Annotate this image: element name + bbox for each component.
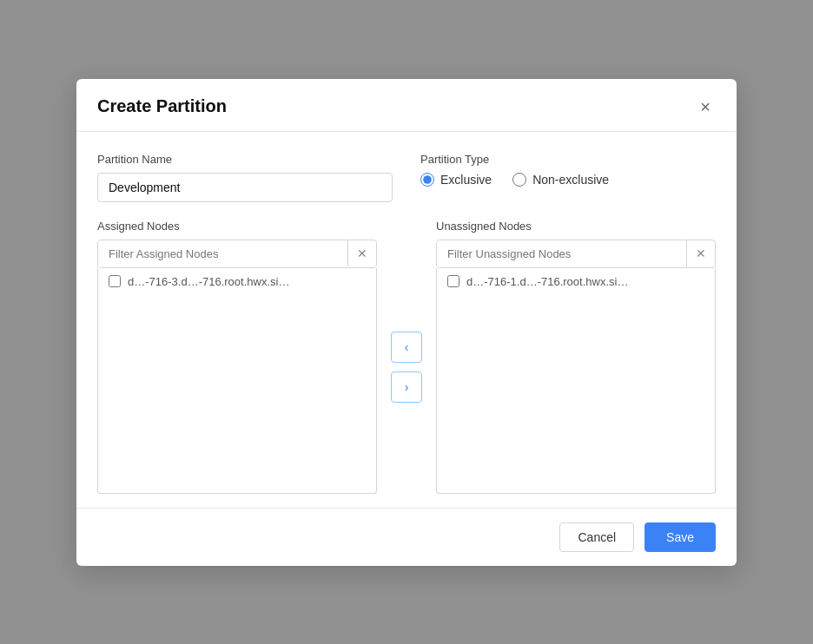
unassigned-nodes-label: Unassigned Nodes <box>436 220 716 233</box>
assigned-node-text: d…-716-3.d…-716.root.hwx.si… <box>128 275 289 288</box>
modal-backdrop: Create Partition × Partition Name Partit… <box>0 0 813 644</box>
exclusive-radio[interactable] <box>420 173 434 187</box>
modal-body: Partition Name Partition Type Exclusive … <box>76 132 737 508</box>
partition-type-section: Partition Type Exclusive Non-exclusive <box>420 153 716 202</box>
unassigned-nodes-clear-button[interactable]: ✕ <box>686 240 715 266</box>
non-exclusive-radio-option[interactable]: Non-exclusive <box>512 173 609 187</box>
transfer-buttons-group: ‹ › <box>377 332 436 403</box>
non-exclusive-label: Non-exclusive <box>532 173 609 187</box>
exclusive-label: Exclusive <box>440 173 492 187</box>
modal-header: Create Partition × <box>76 79 737 132</box>
cancel-button[interactable]: Cancel <box>559 522 634 552</box>
partition-type-radio-group: Exclusive Non-exclusive <box>420 173 716 187</box>
assigned-nodes-filter-input[interactable] <box>98 240 347 267</box>
assigned-nodes-filter-row: ✕ <box>97 240 377 268</box>
assigned-nodes-clear-button[interactable]: ✕ <box>347 240 376 266</box>
partition-name-section: Partition Name <box>97 153 393 202</box>
modal-title: Create Partition <box>97 96 227 116</box>
partition-name-label: Partition Name <box>97 153 393 166</box>
unassigned-node-checkbox[interactable] <box>447 275 459 287</box>
chevron-right-icon: › <box>405 380 409 394</box>
unassigned-nodes-list: d…-716-1.d…-716.root.hwx.si… <box>436 268 716 494</box>
nodes-row: Assigned Nodes ✕ d…-716-3.d…-716.root.hw… <box>97 220 716 494</box>
unassigned-nodes-filter-input[interactable] <box>437 240 686 267</box>
unassigned-node-text: d…-716-1.d…-716.root.hwx.si… <box>466 275 628 288</box>
modal-footer: Cancel Save <box>76 508 737 566</box>
assigned-nodes-label: Assigned Nodes <box>97 220 377 233</box>
save-button[interactable]: Save <box>644 522 716 552</box>
transfer-right-button[interactable]: › <box>391 371 422 403</box>
assigned-nodes-list: d…-716-3.d…-716.root.hwx.si… <box>97 268 377 494</box>
create-partition-modal: Create Partition × Partition Name Partit… <box>76 79 737 566</box>
transfer-left-button[interactable]: ‹ <box>391 332 422 363</box>
assigned-node-checkbox[interactable] <box>109 275 121 287</box>
partition-type-label: Partition Type <box>420 153 716 166</box>
non-exclusive-radio[interactable] <box>512 173 526 187</box>
unassigned-node-item[interactable]: d…-716-1.d…-716.root.hwx.si… <box>437 268 715 295</box>
partition-name-input[interactable] <box>97 173 393 202</box>
unassigned-nodes-panel: Unassigned Nodes ✕ d…-716-1.d…-716.root.… <box>436 220 716 494</box>
exclusive-radio-option[interactable]: Exclusive <box>420 173 492 187</box>
assigned-nodes-panel: Assigned Nodes ✕ d…-716-3.d…-716.root.hw… <box>97 220 377 494</box>
unassigned-nodes-filter-row: ✕ <box>436 240 716 268</box>
top-row: Partition Name Partition Type Exclusive … <box>97 153 716 202</box>
assigned-node-item[interactable]: d…-716-3.d…-716.root.hwx.si… <box>98 268 376 295</box>
chevron-left-icon: ‹ <box>405 340 409 354</box>
close-button[interactable]: × <box>695 96 716 117</box>
